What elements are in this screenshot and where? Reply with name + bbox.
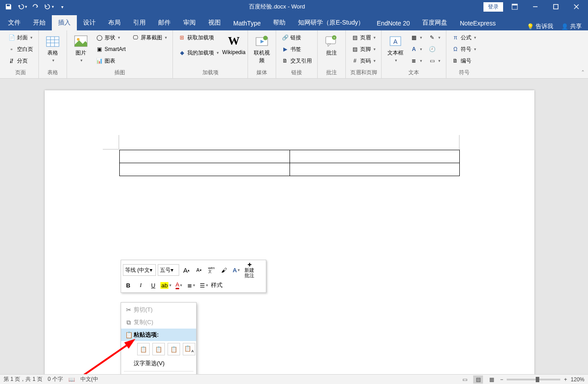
tab-endnote[interactable]: EndNote 20 [370,16,416,30]
footer-button[interactable]: ▤页脚▾ [349,44,378,55]
numbering-button[interactable]: ☰▾ [198,280,209,291]
maximize-button[interactable] [547,0,565,13]
bold-button[interactable]: B [123,280,134,291]
tab-cnki[interactable]: 知网研学（原E-Study） [292,15,370,30]
tab-mathtype[interactable]: MathType [227,16,267,30]
tab-file[interactable]: 文件 [2,15,27,30]
tab-noteexpress[interactable]: NoteExpress [454,16,502,30]
tab-view[interactable]: 视图 [202,15,227,30]
header-button[interactable]: ▤页眉▾ [349,32,378,43]
print-layout-button[interactable]: ▤ [473,376,483,384]
get-addins-button[interactable]: ⊞获取加载项 [176,32,221,43]
cross-reference-button[interactable]: 🗎交叉引用 [280,55,314,66]
zoom-in-button[interactable]: + [564,376,567,383]
page[interactable] [45,90,534,376]
tab-layout[interactable]: 布局 [102,15,127,30]
paste-merge-formatting-button[interactable]: 📋 [152,343,165,355]
wikipedia-button[interactable]: W Wikipedia [223,32,244,55]
group-addins: ⊞获取加载项 ◆我的加载项▾ W Wikipedia 加载项 [173,30,248,78]
table-button[interactable]: 表格▾ [42,32,63,63]
table-row[interactable] [120,163,460,176]
bookmark-button[interactable]: ▶书签 [280,44,314,55]
chart-button[interactable]: 📊图表 [94,55,127,66]
table-cell[interactable] [290,163,460,176]
tab-home[interactable]: 开始 [27,15,52,30]
qat-customize-button[interactable]: ▾ [56,1,68,13]
collapse-ribbon-button[interactable]: ˄ [581,69,584,76]
screenshot-button[interactable]: 🖵屏幕截图▾ [130,32,169,43]
drop-cap-button[interactable]: ≣▾ [408,55,424,66]
highlight-button[interactable]: ab▾ [160,280,172,291]
tab-references[interactable]: 引用 [127,15,152,30]
wordart-button[interactable]: A▾ [408,44,424,55]
styles-button[interactable]: 样式 [211,280,223,291]
smartart-button[interactable]: ▣SmartArt [94,44,127,55]
paste-text-only-button[interactable]: 📋A [183,343,195,355]
zoom-level[interactable]: 120% [571,376,584,383]
format-painter-button[interactable]: 🖌 [218,265,229,275]
ctx-cut[interactable]: ✂剪切(T) [121,304,196,316]
shrink-font-button[interactable]: A▾ [193,265,204,275]
online-video-button[interactable]: 联机视频 [252,32,272,64]
close-button[interactable] [567,0,585,13]
font-family-combo[interactable]: 等线 (中文▾ [123,264,156,276]
symbol-button[interactable]: Ω符号▾ [450,44,478,55]
cover-page-button[interactable]: 📄封面▾ [6,32,35,43]
signature-line-button[interactable]: ✎▾ [427,32,442,43]
page-break-button[interactable]: ⭿分页 [6,55,35,66]
tab-mailings[interactable]: 邮件 [152,15,177,30]
read-mode-button[interactable]: ▭ [460,376,470,384]
paste-picture-button[interactable]: 📋 [168,343,180,355]
date-time-button[interactable]: 🕘 [427,44,442,55]
clear-formatting-button[interactable]: A▾ [231,265,242,275]
tab-design[interactable]: 设计 [77,15,102,30]
tab-help[interactable]: 帮助 [267,15,292,30]
redo-button[interactable] [29,1,41,13]
comment-button[interactable]: + 批注 [321,32,342,57]
tab-review[interactable]: 审阅 [177,15,202,30]
document-table[interactable] [119,150,460,176]
paste-keep-source-button[interactable]: 📋 [137,343,150,355]
my-addins-button[interactable]: ◆我的加载项▾ [176,47,221,58]
spell-check-icon[interactable]: 📖 [68,376,75,383]
zoom-slider[interactable] [507,379,560,380]
equation-button[interactable]: π公式▾ [450,32,478,43]
underline-button[interactable]: U [148,280,159,291]
phonetic-guide-button[interactable]: wén文 [206,265,217,275]
table-cell[interactable] [120,163,290,176]
shapes-button[interactable]: ◯形状▾ [94,32,127,43]
object-button[interactable]: ▭▾ [427,55,442,66]
zoom-out-button[interactable]: − [500,376,503,383]
share-button[interactable]: 👤共享 [561,22,582,30]
blank-page-icon: ▫ [8,46,15,53]
hyperlink-button[interactable]: 🔗链接 [280,32,314,43]
minimize-button[interactable] [526,0,544,13]
undo-button[interactable]: ▾ [16,1,28,13]
tab-insert[interactable]: 插入 [52,15,77,30]
word-count[interactable]: 0 个字 [48,376,63,383]
refresh-button[interactable]: ▾ [43,1,55,13]
ctx-ime-reconvert[interactable]: 汉字重选(V) [121,357,196,370]
tab-baidu[interactable]: 百度网盘 [416,15,454,30]
font-color-button[interactable]: A▾ [173,280,184,291]
web-layout-button[interactable]: ▦ [487,376,496,384]
page-number-button[interactable]: #页码▾ [349,55,378,66]
ribbon-display-options-button[interactable] [506,0,524,13]
quick-parts-button[interactable]: ▦▾ [408,32,424,43]
italic-button[interactable]: I [135,280,146,291]
language-indicator[interactable]: 中文(中 [80,376,98,383]
blank-page-button[interactable]: ▫空白页 [6,44,35,55]
login-button[interactable]: 登录 [483,2,503,12]
save-button[interactable] [3,1,14,13]
font-size-combo[interactable]: 五号 ▾ [158,264,179,276]
grow-font-button[interactable]: A▴ [181,265,192,275]
ctx-copy[interactable]: ⧉复制(C) [121,316,196,329]
textbox-button[interactable]: A 文本框▾ [385,32,406,63]
svg-rect-6 [46,37,59,46]
picture-button[interactable]: 图片▾ [71,32,91,63]
tell-me-button[interactable]: 💡告诉我 [527,22,553,30]
number-button[interactable]: 🗎编号 [450,55,478,66]
new-comment-button[interactable]: ✚新建批注 [244,262,255,278]
bullets-button[interactable]: ≣▾ [186,280,197,291]
page-indicator[interactable]: 第 1 页，共 1 页 [4,376,42,383]
